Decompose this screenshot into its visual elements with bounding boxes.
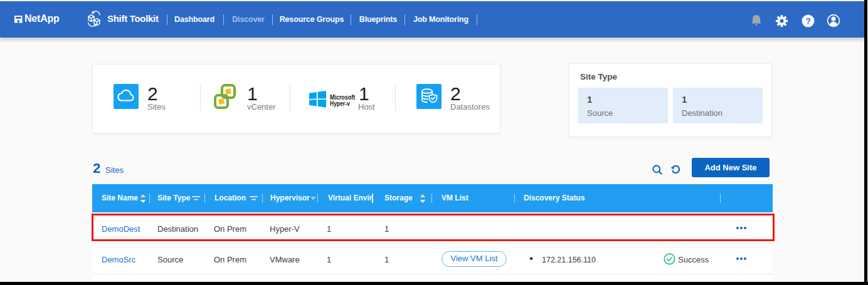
svg-text:?: ? (805, 16, 810, 26)
